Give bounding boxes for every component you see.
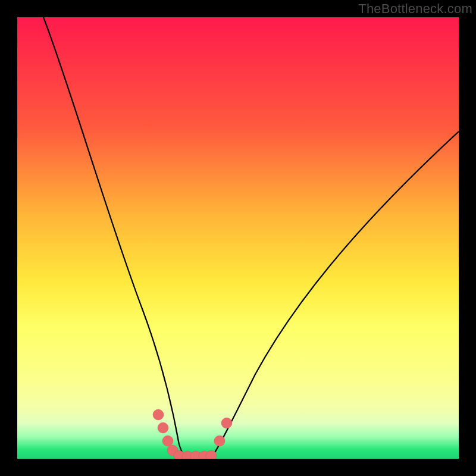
curve-left [43,17,186,459]
svg-point-1 [158,422,168,433]
svg-point-2 [162,436,173,446]
curve-layer [17,17,459,459]
svg-point-0 [153,409,164,420]
chart-frame: TheBottleneck.com [0,0,476,476]
curve-right [211,131,459,458]
markers [153,409,232,459]
plot-area [17,17,459,459]
watermark-text: TheBottleneck.com [358,1,472,17]
svg-point-10 [221,418,232,428]
svg-point-9 [214,436,225,446]
